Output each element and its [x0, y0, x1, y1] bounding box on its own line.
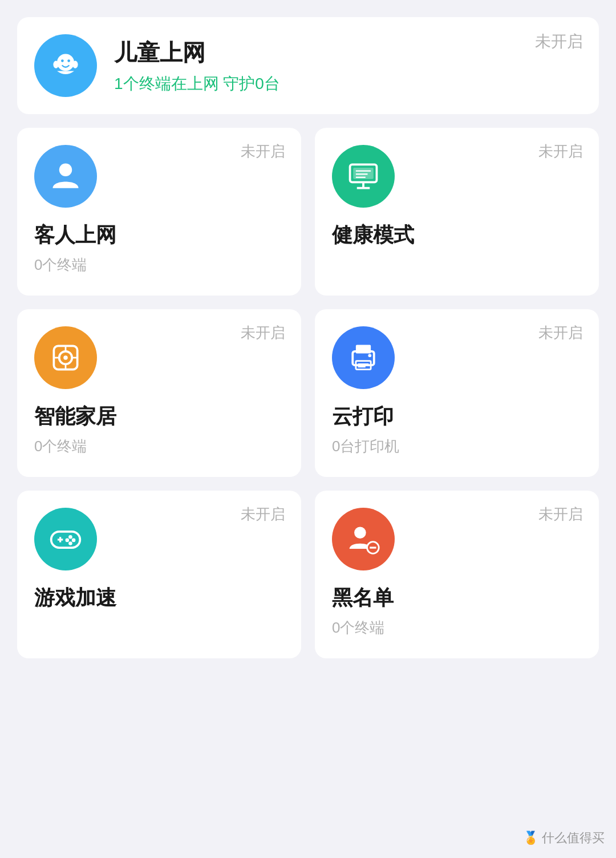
health-status: 未开启: [538, 141, 583, 161]
svg-point-25: [368, 354, 371, 357]
smarthome-status: 未开启: [241, 323, 285, 343]
svg-rect-21: [356, 345, 371, 354]
grid-row-0: 未开启 客人上网0个终端未开启 健康模式: [17, 128, 599, 296]
guest-icon: [34, 145, 97, 208]
card-guest[interactable]: 未开启 客人上网0个终端: [17, 128, 301, 296]
guest-desc: 0个终端: [34, 255, 284, 275]
cloudprint-icon: [332, 326, 395, 389]
health-title: 健康模式: [332, 221, 582, 249]
blacklist-icon: [332, 508, 395, 570]
blacklist-desc: 0个终端: [332, 618, 582, 638]
smarthome-title: 智能家居: [34, 403, 284, 431]
blacklist-title: 黑名单: [332, 584, 582, 612]
card-cloudprint[interactable]: 未开启 云打印0台打印机: [315, 309, 599, 477]
svg-point-5: [59, 164, 72, 177]
cloudprint-desc: 0台打印机: [332, 436, 582, 456]
cloudprint-status: 未开启: [538, 323, 583, 343]
game-icon: [34, 508, 97, 570]
card-health[interactable]: 未开启 健康模式: [315, 128, 599, 296]
svg-point-33: [354, 527, 366, 539]
watermark: 🏅 什么值得买: [523, 829, 605, 847]
cloudprint-title: 云打印: [332, 403, 582, 431]
svg-point-2: [67, 59, 70, 62]
card-smarthome[interactable]: 未开启 智能家居0个终端: [17, 309, 301, 477]
guest-status: 未开启: [241, 141, 285, 161]
game-title: 游戏加速: [34, 584, 284, 612]
children-icon-circle: [34, 34, 97, 97]
svg-point-15: [63, 355, 68, 360]
grid-row-2: 未开启 游戏加速未开启 黑名单0个终端: [17, 491, 599, 658]
blacklist-status: 未开启: [538, 504, 583, 524]
smarthome-desc: 0个终端: [34, 436, 284, 456]
svg-point-29: [68, 535, 72, 539]
svg-point-30: [66, 539, 70, 543]
children-subtitle: 1个终端在上网 守护0台: [114, 73, 280, 95]
health-icon: [332, 145, 395, 208]
game-status: 未开启: [241, 504, 285, 524]
watermark-text: 什么值得买: [542, 829, 605, 847]
svg-point-0: [57, 54, 74, 71]
children-title: 儿童上网: [114, 37, 280, 68]
watermark-icon: 🏅: [523, 831, 538, 845]
svg-point-1: [61, 59, 64, 62]
svg-point-3: [53, 61, 58, 68]
card-game[interactable]: 未开启 游戏加速: [17, 491, 301, 658]
smarthome-icon: [34, 326, 97, 389]
guest-title: 客人上网: [34, 221, 284, 249]
children-internet-card[interactable]: 未开启 儿童上网 1个终端在上网 守护0台: [17, 17, 599, 114]
svg-point-4: [72, 61, 78, 68]
children-info: 儿童上网 1个终端在上网 守护0台: [114, 37, 280, 95]
grid-row-1: 未开启 智能家居0个终端未开启 云打印0台打印机: [17, 309, 599, 477]
top-card-status: 未开启: [535, 31, 583, 52]
svg-point-31: [72, 539, 76, 543]
svg-point-32: [68, 541, 72, 545]
card-blacklist[interactable]: 未开启 黑名单0个终端: [315, 491, 599, 658]
